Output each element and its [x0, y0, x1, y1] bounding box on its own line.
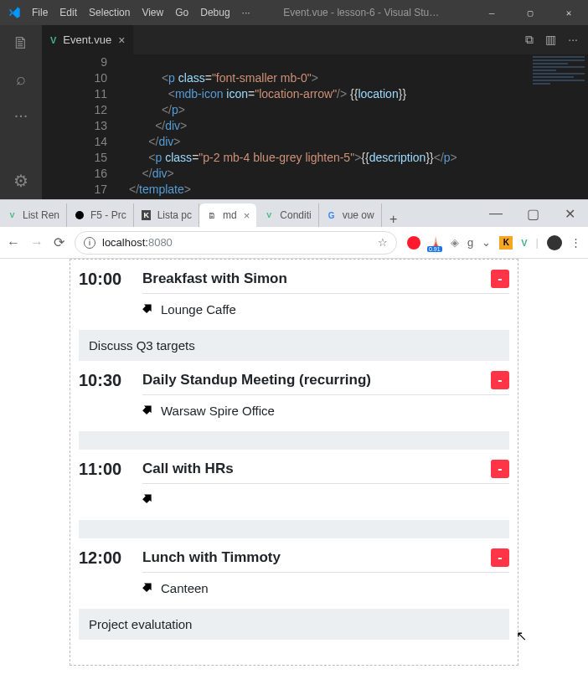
tab-close-icon[interactable]: ×	[244, 209, 250, 222]
event-time: 10:30	[79, 371, 126, 390]
reload-button[interactable]: ⟳	[54, 234, 64, 250]
bookmark-star-icon[interactable]: ☆	[378, 236, 388, 249]
event-item: 11:00Call with HRs-	[79, 450, 509, 538]
browser-tab[interactable]: Gvue ow	[319, 203, 382, 227]
browser-tabstrip: VList RenF5 - PrcKLista pc🗎md×VConditiGv…	[0, 200, 588, 227]
tab-title: md	[223, 209, 237, 221]
event-location: Lounge Caffe	[142, 302, 509, 327]
vscode-window-title: Event.vue - lesson-6 - Visual Stu…	[250, 7, 472, 18]
close-button[interactable]: ✕	[549, 0, 588, 25]
event-time: 10:00	[79, 270, 126, 289]
event-title: Lunch with Timmoty	[142, 549, 491, 566]
event-item: 10:00Breakfast with Simon-Lounge CaffeDi…	[79, 260, 509, 361]
tab-title: vue ow	[343, 209, 374, 221]
maximize-button[interactable]: ▢	[511, 0, 549, 25]
location-text: Canteen	[161, 581, 209, 595]
menu-edit[interactable]: Edit	[59, 7, 77, 18]
more-icon[interactable]: ···	[14, 106, 28, 125]
location-text: Warsaw Spire Office	[161, 404, 275, 418]
g-ext-icon[interactable]: g	[467, 236, 473, 249]
vscode-logo-icon	[0, 6, 28, 19]
delete-event-button[interactable]: -	[491, 460, 509, 478]
extension-icons: 🗼0.91 ◈ g ⌄ K V | ⋮	[407, 235, 581, 250]
split-editor-icon[interactable]: ▥	[545, 33, 556, 47]
schedule-container: 10:00Breakfast with Simon-Lounge CaffeDi…	[70, 259, 518, 666]
browser-close-button[interactable]: ✕	[551, 200, 588, 227]
pocket-ext-icon[interactable]: ⌄	[482, 236, 491, 249]
browser-tab[interactable]: KLista pc	[134, 203, 199, 227]
tab-title: F5 - Prc	[90, 209, 126, 221]
browser-maximize-button[interactable]: ▢	[514, 200, 551, 227]
cube-ext-icon[interactable]: ◈	[451, 236, 459, 249]
delete-event-button[interactable]: -	[491, 270, 509, 288]
browser-tab[interactable]: VConditi	[256, 203, 318, 227]
divider	[142, 483, 509, 484]
chrome-menu-icon[interactable]: ⋮	[570, 236, 581, 249]
tab-filename: Event.vue	[63, 33, 111, 46]
vscode-titlebar: FileEditSelectionViewGoDebug··· Event.vu…	[0, 0, 588, 25]
tab-title: List Ren	[23, 209, 59, 221]
favicon-icon: V	[7, 209, 18, 221]
favicon-icon: K	[141, 209, 152, 221]
code-editor[interactable]: 91011121314151617 <p class="font-smaller…	[42, 54, 588, 199]
vue-devtools-icon[interactable]: V	[521, 238, 527, 248]
explorer-icon[interactable]: 🗎	[13, 33, 29, 53]
search-icon[interactable]: ⌕	[16, 69, 26, 89]
browser-tab[interactable]: 🗎md×	[199, 203, 256, 227]
editor-tab[interactable]: V Event.vue ×	[42, 25, 133, 54]
gear-icon[interactable]: ⚙	[13, 171, 28, 191]
tab-title: Lista pc	[157, 209, 192, 221]
event-title: Daily Standup Meeting (recurring)	[142, 372, 491, 389]
event-location: Warsaw Spire Office	[142, 404, 509, 428]
delete-event-button[interactable]: -	[491, 371, 509, 389]
line-gutter: 91011121314151617	[42, 54, 129, 199]
favicon-icon: 🗎	[206, 209, 218, 221]
compare-icon[interactable]: ⧉	[525, 33, 534, 47]
editor-more-icon[interactable]: ···	[568, 33, 578, 47]
event-description: Discuss Q3 targets	[79, 330, 509, 361]
browser-tab[interactable]: VList Ren	[0, 203, 67, 227]
browser-tab[interactable]: F5 - Prc	[67, 203, 134, 227]
site-info-icon[interactable]: i	[84, 237, 95, 249]
vscode-menu: FileEditSelectionViewGoDebug···	[28, 7, 250, 18]
delete-event-button[interactable]: -	[491, 548, 509, 567]
divider	[142, 293, 509, 294]
k-ext-icon[interactable]: K	[499, 236, 513, 250]
back-button[interactable]: ←	[7, 235, 20, 250]
activity-bar: 🗎 ⌕ ··· ⚙	[0, 25, 42, 199]
menu-view[interactable]: View	[142, 7, 163, 18]
minimap[interactable]	[529, 54, 588, 199]
code-content: <p class="font-smaller mb-0"> <mdb-icon …	[129, 54, 588, 199]
event-time: 11:00	[79, 460, 126, 479]
event-description	[79, 520, 509, 538]
browser-window: VList RenF5 - PrcKLista pc🗎md×VConditiGv…	[0, 199, 588, 700]
address-bar[interactable]: i localhost:8080 ☆	[75, 231, 397, 255]
new-tab-button[interactable]: +	[382, 212, 405, 227]
vue-file-icon: V	[50, 35, 56, 45]
divider	[142, 394, 509, 395]
menu-selection[interactable]: Selection	[89, 7, 130, 18]
location-text: Lounge Caffe	[161, 302, 236, 317]
tab-close-icon[interactable]: ×	[118, 33, 125, 47]
vscode-window: FileEditSelectionViewGoDebug··· Event.vu…	[0, 0, 588, 199]
event-location	[142, 492, 509, 517]
forward-button[interactable]: →	[30, 235, 44, 250]
lighthouse-ext-icon[interactable]: 🗼0.91	[429, 236, 442, 249]
opera-ext-icon[interactable]	[407, 236, 420, 250]
menu-file[interactable]: File	[32, 7, 48, 18]
menu-···[interactable]: ···	[242, 7, 250, 18]
event-description	[79, 431, 509, 450]
minimize-button[interactable]: —	[472, 0, 511, 25]
profile-avatar-icon[interactable]	[547, 235, 562, 250]
menu-go[interactable]: Go	[175, 7, 188, 18]
location-arrow-icon	[142, 302, 154, 317]
favicon-icon	[74, 209, 85, 221]
editor-tabbar: V Event.vue × ⧉ ▥ ···	[42, 25, 588, 54]
event-item: 12:00Lunch with Timmoty-CanteenProject e…	[79, 538, 509, 640]
menu-debug[interactable]: Debug	[200, 7, 230, 18]
browser-minimize-button[interactable]: —	[477, 200, 514, 227]
event-title: Call with HRs	[142, 461, 491, 477]
location-arrow-icon	[142, 492, 154, 507]
location-arrow-icon	[142, 581, 154, 595]
favicon-icon: G	[326, 209, 338, 221]
